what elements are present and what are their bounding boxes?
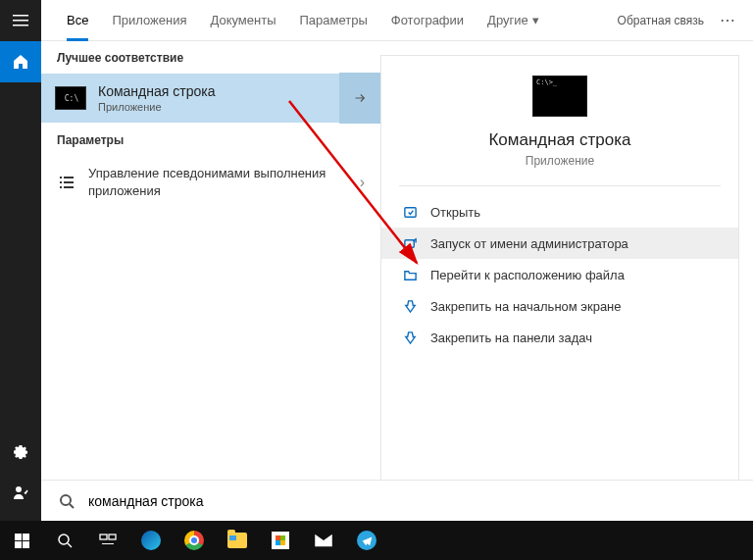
svg-rect-7 (64, 181, 74, 183)
taskbar-search-icon[interactable] (43, 521, 86, 560)
edge-icon (141, 531, 161, 550)
mail-icon (314, 531, 333, 550)
store-icon (272, 532, 289, 549)
action-pin-start[interactable]: Закрепить на начальном экране (381, 290, 738, 322)
open-icon (401, 203, 419, 221)
svg-rect-2 (13, 25, 28, 26)
action-open-location[interactable]: Перейти к расположению файла (381, 259, 738, 290)
preview-title: Командная строка (488, 130, 630, 150)
expand-arrow-icon[interactable] (339, 73, 380, 124)
pin-taskbar-icon (401, 329, 419, 346)
svg-rect-15 (109, 535, 116, 539)
gear-icon[interactable] (0, 431, 41, 472)
admin-icon (401, 234, 419, 252)
filter-tabs: Все Приложения Документы Параметры Фотог… (41, 0, 753, 41)
chrome-icon (184, 531, 204, 550)
preview-panel: Командная строка Приложение Открыть Запу… (380, 55, 739, 521)
folder-icon (401, 266, 419, 283)
svg-rect-9 (64, 186, 74, 188)
divider (399, 185, 721, 186)
telegram-icon (357, 531, 376, 550)
taskbar (0, 521, 753, 560)
svg-rect-1 (13, 20, 28, 22)
action-label: Открыть (430, 205, 480, 220)
preview-app-icon (532, 76, 587, 117)
search-row (41, 480, 753, 521)
svg-rect-11 (404, 239, 413, 247)
svg-point-3 (16, 486, 22, 492)
windows-logo-icon (15, 534, 29, 548)
more-icon[interactable]: ⋯ (716, 11, 739, 29)
task-view-icon[interactable] (86, 521, 129, 560)
taskbar-telegram[interactable] (345, 521, 388, 560)
tab-settings[interactable]: Параметры (287, 0, 378, 41)
action-run-admin[interactable]: Запуск от имени администратора (381, 228, 738, 259)
chevron-right-icon: › (360, 174, 365, 191)
settings-header: Параметры (41, 124, 380, 155)
search-icon (59, 493, 75, 509)
search-input[interactable] (88, 493, 735, 509)
best-match-header: Лучшее соответствие (41, 41, 380, 73)
cmd-icon: C:\ (55, 86, 86, 110)
action-label: Закрепить на панели задач (430, 331, 592, 345)
action-label: Закрепить на начальном экране (430, 299, 622, 314)
folder-icon (227, 533, 247, 548)
home-icon[interactable] (0, 41, 41, 82)
settings-item-label: Управление псевдонимами выполнения прило… (88, 165, 360, 199)
hamburger-icon[interactable] (0, 0, 41, 41)
svg-rect-8 (60, 186, 62, 188)
svg-rect-16 (102, 543, 114, 544)
svg-rect-5 (64, 177, 74, 178)
svg-rect-10 (404, 207, 415, 216)
settings-result-item[interactable]: Управление псевдонимами выполнения прило… (41, 155, 380, 209)
start-button[interactable] (0, 521, 43, 560)
preview-subtitle: Приложение (526, 154, 594, 168)
tab-other[interactable]: Другие▾ (476, 0, 551, 41)
feedback-link[interactable]: Обратная связь (618, 14, 704, 27)
action-label: Перейти к расположению файла (430, 268, 625, 282)
svg-point-12 (61, 495, 71, 505)
tab-docs[interactable]: Документы (198, 0, 287, 41)
action-list: Открыть Запуск от имени администратора П… (381, 196, 738, 353)
list-icon (57, 175, 76, 190)
pin-start-icon (401, 297, 419, 315)
action-label: Запуск от имени администратора (430, 236, 628, 251)
svg-rect-4 (60, 177, 62, 178)
tab-photos[interactable]: Фотографии (379, 0, 476, 41)
tab-all[interactable]: Все (55, 0, 100, 41)
best-match-subtitle: Приложение (98, 101, 215, 113)
action-open[interactable]: Открыть (381, 196, 738, 228)
results-panel: Лучшее соответствие C:\ Командная строка… (41, 41, 380, 521)
svg-rect-6 (60, 181, 62, 183)
svg-rect-0 (13, 15, 28, 17)
taskbar-explorer[interactable] (216, 521, 259, 560)
best-match-title: Командная строка (98, 83, 215, 99)
action-pin-taskbar[interactable]: Закрепить на панели задач (381, 322, 738, 353)
best-match-result[interactable]: C:\ Командная строка Приложение (41, 73, 380, 124)
svg-point-13 (59, 535, 69, 544)
taskbar-mail[interactable] (302, 521, 345, 560)
tab-apps[interactable]: Приложения (100, 0, 198, 41)
chevron-down-icon: ▾ (532, 13, 539, 27)
taskbar-chrome[interactable] (173, 521, 216, 560)
account-icon[interactable] (0, 472, 41, 513)
svg-rect-14 (100, 535, 107, 539)
taskbar-store[interactable] (259, 521, 302, 560)
taskbar-edge[interactable] (129, 521, 173, 560)
sidebar (0, 0, 41, 521)
